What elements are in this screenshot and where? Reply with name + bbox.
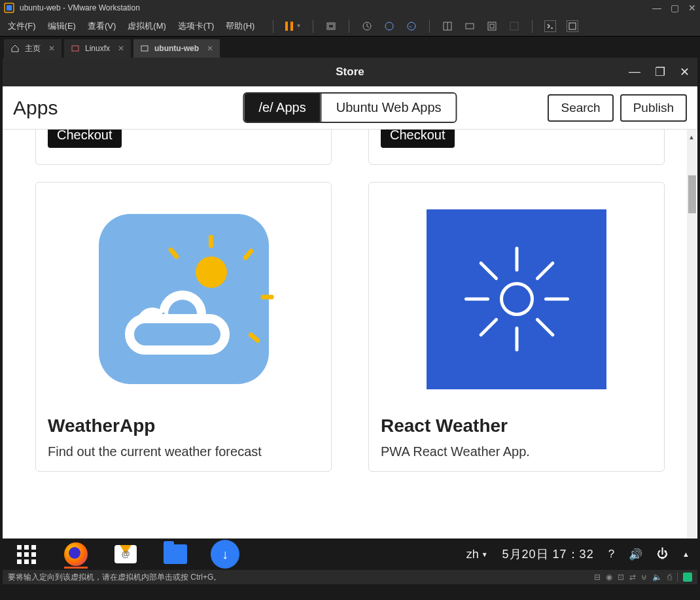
close-icon[interactable]: ✕ [48, 44, 55, 53]
minimize-icon[interactable]: — [629, 65, 640, 79]
app-card-weatherapp[interactable]: WeatherApp Find out the current weather … [35, 182, 332, 472]
unity-icon[interactable] [508, 20, 520, 32]
vm-icon [71, 44, 80, 53]
firefox-button[interactable] [60, 538, 92, 570]
menu-help[interactable]: 帮助(H) [226, 20, 254, 32]
tab-linuxfx-label: Linuxfx [85, 44, 110, 53]
store-titlebar: Store — ❐ ✕ [3, 58, 697, 86]
apps-heading: Apps [13, 97, 58, 119]
menu-view[interactable]: 查看(V) [88, 20, 116, 32]
stretch-icon[interactable] [567, 20, 578, 32]
home-icon [10, 44, 20, 53]
menu-edit[interactable]: 编辑(E) [48, 20, 76, 32]
separator [349, 20, 349, 33]
vmware-tabs: 主页 ✕ Linuxfx ✕ ubuntu-web ✕ [0, 37, 700, 58]
separator [677, 573, 678, 582]
chevron-down-icon: ▼ [481, 551, 488, 558]
clock-revert-icon[interactable] [406, 20, 417, 32]
pause-button[interactable]: ▼ [285, 22, 301, 31]
toggle-ubuntu-web-apps[interactable]: Ubuntu Web Apps [321, 94, 456, 122]
tab-home-label: 主页 [25, 43, 41, 54]
snapshot-icon[interactable] [325, 20, 337, 32]
help-icon[interactable]: ? [608, 548, 614, 561]
files-button[interactable] [160, 538, 191, 570]
publish-button[interactable]: Publish [620, 94, 687, 122]
svg-point-5 [385, 22, 393, 30]
close-icon[interactable]: ✕ [680, 65, 690, 79]
clock-icon[interactable] [361, 20, 373, 32]
vm-running-indicator[interactable] [683, 573, 692, 582]
power-icon[interactable]: ⏻ [657, 548, 668, 561]
status-message: 要将输入定向到该虚拟机，请在虚拟机内部单击或按 Ctrl+G。 [8, 572, 594, 583]
close-icon[interactable]: ✕ [118, 44, 124, 53]
fullscreen-icon[interactable] [486, 20, 498, 32]
input-method-indicator[interactable]: zh ▼ [466, 548, 488, 561]
minimize-icon[interactable]: — [652, 3, 661, 13]
volume-icon[interactable]: 🔊 [629, 548, 642, 561]
svg-rect-12 [510, 22, 518, 30]
svg-rect-10 [488, 22, 496, 30]
app-description: Find out the current weather forecast [48, 444, 319, 459]
maximize-icon[interactable]: ❐ [655, 65, 665, 79]
menu-tabs[interactable]: 选项卡(T) [178, 20, 215, 32]
store-window-title: Store [336, 65, 364, 79]
close-icon[interactable]: ✕ [688, 3, 696, 13]
tab-linuxfx[interactable]: Linuxfx ✕ [64, 39, 131, 58]
svg-rect-15 [141, 46, 148, 51]
separator [273, 20, 273, 33]
app-card-partial[interactable]: Checkout [35, 130, 332, 165]
view-multi-icon[interactable] [464, 20, 476, 32]
clock-manage-icon[interactable] [383, 20, 395, 32]
separator [313, 20, 313, 33]
menu-vm[interactable]: 虚拟机(M) [128, 20, 166, 32]
weatherapp-icon [48, 194, 319, 404]
view-single-icon[interactable] [442, 20, 453, 32]
svg-rect-13 [569, 23, 576, 29]
mail-button[interactable] [110, 538, 141, 570]
tab-ubuntu-web[interactable]: ubuntu-web ✕ [133, 39, 220, 58]
downloads-button[interactable]: ↓ [209, 538, 241, 570]
vmware-logo-icon [4, 3, 14, 13]
download-icon: ↓ [211, 540, 239, 569]
separator [532, 20, 533, 33]
console-icon[interactable] [544, 20, 556, 32]
device-disk-icon[interactable]: ⊟ [594, 573, 601, 582]
checkout-button[interactable]: Checkout [381, 130, 455, 148]
firefox-icon [64, 542, 88, 566]
device-usb-icon[interactable]: ⊎ [641, 573, 647, 582]
maximize-icon[interactable]: ▢ [671, 3, 679, 13]
separator [429, 20, 430, 33]
vmware-statusbar: 要将输入定向到该虚拟机，请在虚拟机内部单击或按 Ctrl+G。 ⊟ ◉ ⊡ ⇄ … [3, 570, 697, 584]
app-title: React Weather [381, 415, 652, 436]
clock[interactable]: 5月20日 17：32 [502, 546, 594, 562]
apps-grid-icon [17, 545, 36, 564]
device-printer-icon[interactable]: ⎙ [667, 573, 672, 582]
close-icon[interactable]: ✕ [207, 44, 213, 53]
chevron-up-icon[interactable]: ▲ [682, 550, 690, 558]
app-card-partial[interactable]: Checkout [368, 130, 665, 165]
ime-label: zh [466, 548, 479, 561]
device-floppy-icon[interactable]: ⊡ [618, 573, 624, 582]
tab-home[interactable]: 主页 ✕ [4, 39, 61, 58]
react-weather-icon [381, 194, 652, 404]
ubuntu-taskbar: ↓ zh ▼ 5月20日 17：32 ? 🔊 ⏻ ▲ [3, 538, 697, 570]
apps-launcher-button[interactable] [10, 538, 42, 570]
device-cd-icon[interactable]: ◉ [606, 573, 612, 582]
category-toggle: /e/ Apps Ubuntu Web Apps [243, 92, 457, 123]
menu-file[interactable]: 文件(F) [8, 20, 36, 32]
search-button[interactable]: Search [548, 94, 613, 122]
folder-icon [164, 544, 187, 564]
mail-icon [114, 545, 137, 563]
store-toolbar: Apps /e/ Apps Ubuntu Web Apps Search Pub… [3, 86, 697, 130]
svg-point-6 [408, 22, 415, 30]
app-card-react-weather[interactable]: React Weather PWA React Weather App. [368, 182, 665, 472]
checkout-button[interactable]: Checkout [48, 130, 122, 148]
svg-rect-14 [72, 46, 79, 51]
svg-rect-11 [490, 24, 494, 28]
vmware-window-title: ubuntu-web - VMware Workstation [20, 3, 652, 12]
toggle-e-apps[interactable]: /e/ Apps [244, 94, 320, 122]
vmware-menubar: 文件(F) 编辑(E) 查看(V) 虚拟机(M) 选项卡(T) 帮助(H) ▼ [0, 16, 700, 37]
device-sound-icon[interactable]: 🔈 [652, 573, 662, 582]
store-content: ▲ Checkout Checkout [3, 130, 697, 570]
device-network-icon[interactable]: ⇄ [629, 573, 636, 582]
